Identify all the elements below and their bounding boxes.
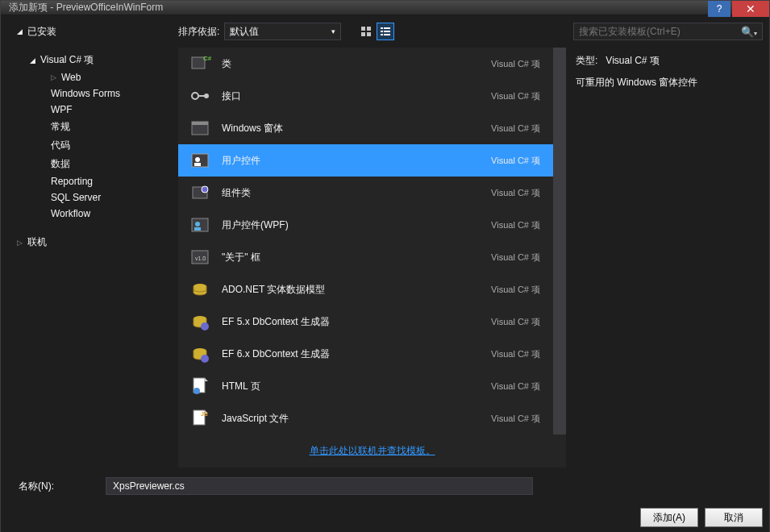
name-label: 名称(N): bbox=[19, 480, 99, 493]
svg-rect-6 bbox=[381, 31, 383, 32]
template-type: Visual C# 项 bbox=[491, 187, 540, 199]
sort-value: 默认值 bbox=[230, 25, 259, 39]
template-row[interactable]: ADO.NET 实体数据模型 Visual C# 项 bbox=[178, 273, 553, 305]
template-row[interactable]: 组件类 Visual C# 项 bbox=[178, 177, 553, 209]
name-input[interactable] bbox=[106, 477, 533, 495]
tree-item-sqlserver[interactable]: SQL Server bbox=[7, 189, 178, 206]
svg-point-31 bbox=[201, 355, 209, 363]
svg-text:JS: JS bbox=[201, 411, 208, 417]
svg-rect-19 bbox=[194, 163, 201, 166]
chevron-down-icon: ▾ bbox=[331, 27, 335, 35]
template-type: Visual C# 项 bbox=[491, 58, 540, 70]
search-box[interactable]: 🔍▾ bbox=[573, 23, 763, 40]
svg-text:v1.0: v1.0 bbox=[195, 256, 206, 261]
ef-icon bbox=[186, 308, 214, 335]
svg-rect-1 bbox=[367, 27, 371, 31]
template-name: EF 5.x DbContext 生成器 bbox=[214, 315, 491, 329]
template-row[interactable]: 用户控件(WPF) Visual C# 项 bbox=[178, 209, 553, 241]
template-type: Visual C# 项 bbox=[491, 284, 540, 296]
component-icon bbox=[186, 179, 214, 206]
template-row[interactable]: 用户控件 Visual C# 项 bbox=[178, 144, 553, 177]
search-input[interactable] bbox=[579, 26, 738, 37]
template-type: Visual C# 项 bbox=[491, 316, 540, 328]
svg-point-18 bbox=[195, 157, 200, 162]
online-search-link[interactable]: 单击此处以联机并查找模板。 bbox=[310, 445, 435, 456]
template-type: Visual C# 项 bbox=[491, 123, 540, 135]
template-row[interactable]: C# 类 Visual C# 项 bbox=[178, 48, 553, 80]
tree-item-general[interactable]: 常规 bbox=[7, 118, 178, 136]
template-name: 类 bbox=[214, 57, 491, 71]
template-name: "关于" 框 bbox=[214, 251, 491, 264]
template-type: Visual C# 项 bbox=[491, 413, 540, 425]
class-icon: C# bbox=[186, 50, 214, 77]
html-icon bbox=[186, 372, 214, 400]
chevron-right-icon: ▷ bbox=[51, 73, 56, 81]
ado-icon bbox=[186, 276, 214, 303]
svg-rect-4 bbox=[381, 27, 383, 29]
installed-header[interactable]: ◢ 已安装 bbox=[7, 25, 178, 39]
titlebar: 添加新项 - PreviewOfficeInWinForm ? ✕ bbox=[1, 1, 769, 15]
tree-item-data[interactable]: 数据 bbox=[7, 155, 178, 173]
tree-item-code[interactable]: 代码 bbox=[7, 136, 178, 155]
window-title: 添加新项 - PreviewOfficeInWinForm bbox=[9, 1, 163, 15]
add-button[interactable]: 添加(A) bbox=[640, 508, 698, 527]
svg-point-23 bbox=[195, 222, 200, 227]
search-icon[interactable]: 🔍▾ bbox=[738, 26, 757, 38]
sort-dropdown[interactable]: 默认值 ▾ bbox=[224, 23, 341, 40]
usercontrol-icon bbox=[186, 147, 214, 174]
template-type: Visual C# 项 bbox=[491, 219, 540, 231]
chevron-down-icon: ◢ bbox=[30, 56, 35, 64]
svg-rect-5 bbox=[384, 27, 390, 29]
js-icon: JS bbox=[186, 405, 214, 432]
template-row[interactable]: EF 5.x DbContext 生成器 Visual C# 项 bbox=[178, 305, 553, 338]
interface-icon bbox=[186, 82, 214, 110]
svg-rect-8 bbox=[381, 34, 383, 35]
tree-item-wpf[interactable]: WPF bbox=[7, 102, 178, 118]
template-name: ADO.NET 实体数据模型 bbox=[214, 283, 491, 297]
template-row[interactable]: EF 6.x DbContext 生成器 Visual C# 项 bbox=[178, 338, 553, 370]
svg-rect-9 bbox=[384, 34, 390, 35]
close-button[interactable]: ✕ bbox=[732, 1, 769, 17]
tree-item-reporting[interactable]: Reporting bbox=[7, 173, 178, 189]
about-icon: v1.0 bbox=[186, 243, 214, 271]
tree-root-label: Visual C# 项 bbox=[40, 53, 94, 67]
template-row[interactable]: JS JavaScript 文件 Visual C# 项 bbox=[178, 402, 553, 434]
chevron-right-icon: ▷ bbox=[17, 239, 23, 247]
svg-rect-16 bbox=[192, 122, 208, 125]
tree-item-root[interactable]: ◢ Visual C# 项 bbox=[7, 51, 178, 69]
svg-rect-2 bbox=[361, 32, 365, 36]
svg-point-21 bbox=[202, 186, 208, 193]
template-row[interactable]: Windows 窗体 Visual C# 项 bbox=[178, 112, 553, 144]
description-text: 可重用的 Windows 窗体控件 bbox=[576, 76, 753, 89]
template-name: JavaScript 文件 bbox=[214, 412, 491, 426]
category-tree: ◢ Visual C# 项 ▷ Web Windows Forms WPF 常规… bbox=[7, 48, 178, 468]
type-label: 类型: bbox=[576, 55, 597, 66]
template-name: EF 6.x DbContext 生成器 bbox=[214, 347, 491, 361]
svg-point-12 bbox=[192, 93, 198, 99]
svg-point-14 bbox=[204, 94, 209, 98]
view-tiles-button[interactable] bbox=[357, 23, 375, 40]
svg-point-33 bbox=[194, 388, 200, 394]
svg-rect-24 bbox=[194, 227, 201, 231]
svg-point-29 bbox=[201, 322, 209, 330]
type-value: Visual C# 项 bbox=[606, 55, 659, 66]
tree-item-winforms[interactable]: Windows Forms bbox=[7, 85, 178, 102]
template-row[interactable]: v1.0 "关于" 框 Visual C# 项 bbox=[178, 241, 553, 273]
svg-rect-3 bbox=[367, 32, 371, 36]
tree-item-workflow[interactable]: Workflow bbox=[7, 206, 178, 222]
view-list-button[interactable] bbox=[377, 23, 394, 40]
template-row[interactable]: HTML 页 Visual C# 项 bbox=[178, 370, 553, 402]
chevron-down-icon: ◢ bbox=[17, 27, 23, 35]
tree-item-web[interactable]: ▷ Web bbox=[7, 69, 178, 85]
svg-rect-0 bbox=[361, 27, 365, 31]
template-type: Visual C# 项 bbox=[491, 155, 540, 167]
tree-item-online[interactable]: ▷ 联机 bbox=[7, 233, 178, 251]
template-row[interactable]: 接口 Visual C# 项 bbox=[178, 80, 553, 112]
usercontrolwpf-icon bbox=[186, 211, 214, 239]
template-type: Visual C# 项 bbox=[491, 348, 540, 360]
scrollbar[interactable] bbox=[553, 48, 566, 434]
cancel-button[interactable]: 取消 bbox=[705, 508, 763, 527]
winform-icon bbox=[186, 114, 214, 142]
help-button[interactable]: ? bbox=[708, 1, 730, 17]
template-name: 接口 bbox=[214, 89, 491, 103]
